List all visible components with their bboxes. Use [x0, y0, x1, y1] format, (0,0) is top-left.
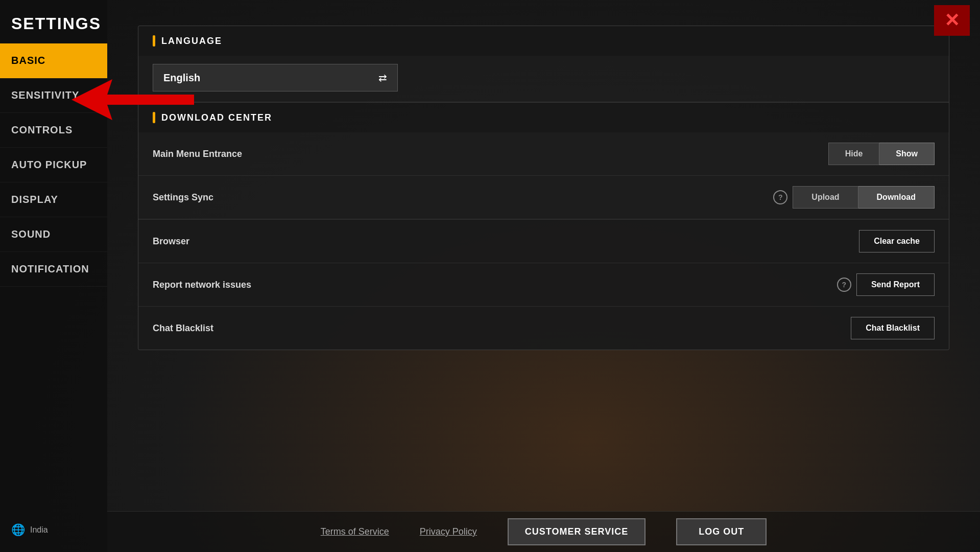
download-button[interactable]: Download [858, 186, 935, 209]
globe-icon: 🌐 [11, 523, 25, 537]
region-label: India [30, 525, 48, 535]
hide-show-pair: Hide Show [828, 143, 935, 165]
clear-cache-button[interactable]: Clear cache [859, 230, 935, 252]
customer-service-button[interactable]: CUSTOMER SERVICE [508, 518, 646, 545]
bottom-bar: Terms of Service Privacy Policy CUSTOMER… [107, 511, 980, 552]
report-network-label: Report network issues [153, 280, 251, 290]
upload-button[interactable]: Upload [793, 186, 858, 209]
settings-sync-help-icon[interactable]: ? [773, 190, 787, 204]
upload-download-pair: Upload Download [793, 186, 935, 209]
tools-section: Browser Clear cache Report network issue… [138, 219, 949, 350]
language-row: English ⇄ [138, 56, 949, 102]
browser-controls: Clear cache [859, 230, 935, 252]
sidebar-item-controls[interactable]: CONTROLS [0, 113, 107, 148]
chat-blacklist-controls: Chat Blacklist [851, 317, 935, 339]
close-icon: ✕ [944, 10, 960, 31]
main-menu-label: Main Menu Entrance [153, 149, 242, 159]
sidebar-item-auto-pickup[interactable]: AUTO PICKUP [0, 148, 107, 182]
language-section-title: LANGUAGE [161, 36, 222, 47]
sidebar-item-display[interactable]: DISPLAY [0, 182, 107, 217]
hide-button[interactable]: Hide [828, 143, 880, 165]
privacy-policy-link[interactable]: Privacy Policy [420, 526, 477, 537]
sidebar: SETTINGS BASIC SENSITIVITY CONTROLS AUTO… [0, 0, 107, 552]
close-button[interactable]: ✕ [934, 5, 970, 36]
download-section-title: DOWNLOAD CENTER [161, 112, 272, 123]
browser-label: Browser [153, 236, 189, 247]
chat-blacklist-button[interactable]: Chat Blacklist [851, 317, 935, 339]
sidebar-item-sensitivity[interactable]: SENSITIVITY [0, 78, 107, 113]
app-title: SETTINGS [0, 0, 107, 43]
section-accent [153, 35, 155, 47]
terms-of-service-link[interactable]: Terms of Service [321, 526, 389, 537]
settings-sync-label: Settings Sync [153, 192, 213, 203]
report-network-help-icon[interactable]: ? [837, 278, 851, 292]
show-button[interactable]: Show [879, 143, 935, 165]
report-network-controls: ? Send Report [837, 273, 935, 296]
main-menu-controls: Hide Show [828, 143, 935, 165]
sidebar-item-notification[interactable]: NOTIFICATION [0, 252, 107, 287]
settings-sync-controls: ? Upload Download [773, 186, 935, 209]
chat-blacklist-row: Chat Blacklist Chat Blacklist [138, 307, 949, 350]
logout-button[interactable]: LOG OUT [676, 518, 767, 545]
section-accent-2 [153, 112, 155, 123]
language-value: English [163, 72, 200, 84]
download-section-header: DOWNLOAD CENTER [138, 102, 949, 132]
browser-row: Browser Clear cache [138, 220, 949, 263]
main-content: LANGUAGE English ⇄ DOWNLOAD CENTER Main … [107, 0, 980, 552]
settings-sync-row: Settings Sync ? Upload Download [138, 176, 949, 219]
send-report-button[interactable]: Send Report [856, 273, 935, 296]
swap-icon: ⇄ [378, 72, 387, 84]
sidebar-item-basic[interactable]: BASIC [0, 43, 107, 78]
main-menu-entrance-row: Main Menu Entrance Hide Show [138, 132, 949, 176]
language-select[interactable]: English ⇄ [153, 64, 398, 91]
chat-blacklist-label: Chat Blacklist [153, 323, 213, 334]
sidebar-item-sound[interactable]: SOUND [0, 217, 107, 252]
language-section-header: LANGUAGE [138, 26, 949, 56]
sidebar-footer: 🌐 India [0, 523, 107, 537]
report-network-row: Report network issues ? Send Report [138, 263, 949, 307]
settings-panel: LANGUAGE English ⇄ DOWNLOAD CENTER Main … [138, 26, 949, 350]
